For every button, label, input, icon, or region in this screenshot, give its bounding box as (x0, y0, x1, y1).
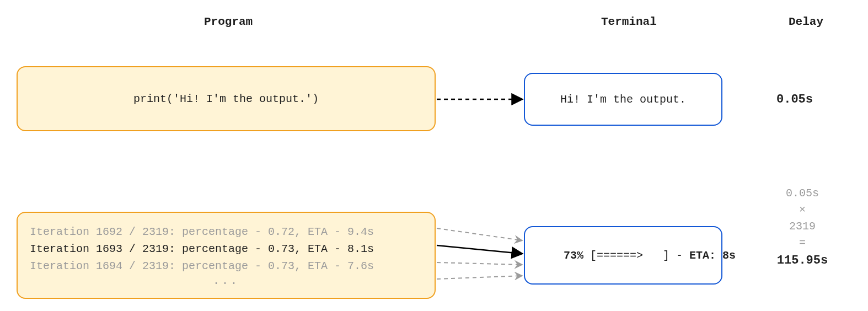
header-terminal: Terminal (601, 15, 657, 28)
delay-value-simple: 0.05s (776, 93, 813, 106)
iteration-line-next: Iteration 1694 / 2319: percentage - 0.73… (30, 258, 374, 275)
terminal-output-line: Hi! I'm the output. (560, 91, 686, 108)
program-box-simple: print('Hi! I'm the output.') (17, 66, 436, 131)
progress-pct: 73% (564, 249, 583, 262)
terminal-box-progress: 73% [======> ] - ETA: 8s (524, 226, 722, 285)
progress-bar: [======> ] - (583, 249, 689, 262)
delay-calculation: 0.05s × 2319 = 115.95s (756, 185, 849, 270)
calc-multiply-icon: × (756, 202, 849, 218)
arrow-iter-prev (437, 228, 522, 240)
header-delay: Delay (789, 15, 823, 28)
terminal-progress-line: 73% [======> ] - ETA: 8s (537, 230, 736, 281)
progress-eta: ETA: 8s (689, 249, 736, 262)
iteration-line-prev: Iteration 1692 / 2319: percentage - 0.72… (30, 223, 374, 240)
arrow-iter-current (437, 245, 522, 254)
calc-equals-icon: = (756, 235, 849, 251)
arrow-iter-ellipsis (437, 276, 522, 279)
column-headers: Program Terminal Delay (0, 15, 868, 32)
program-box-loop: Iteration 1692 / 2319: percentage - 0.72… (17, 212, 436, 299)
calc-operand-b: 2319 (756, 218, 849, 235)
calc-result: 115.95s (756, 251, 849, 270)
header-program: Program (204, 15, 253, 28)
calc-operand-a: 0.05s (756, 185, 849, 202)
terminal-box-simple: Hi! I'm the output. (524, 73, 722, 126)
program-code-line: print('Hi! I'm the output.') (133, 90, 319, 108)
iteration-ellipsis: ... (30, 275, 422, 287)
iteration-line-current: Iteration 1693 / 2319: percentage - 0.73… (30, 240, 374, 258)
arrow-iter-next (437, 262, 522, 265)
